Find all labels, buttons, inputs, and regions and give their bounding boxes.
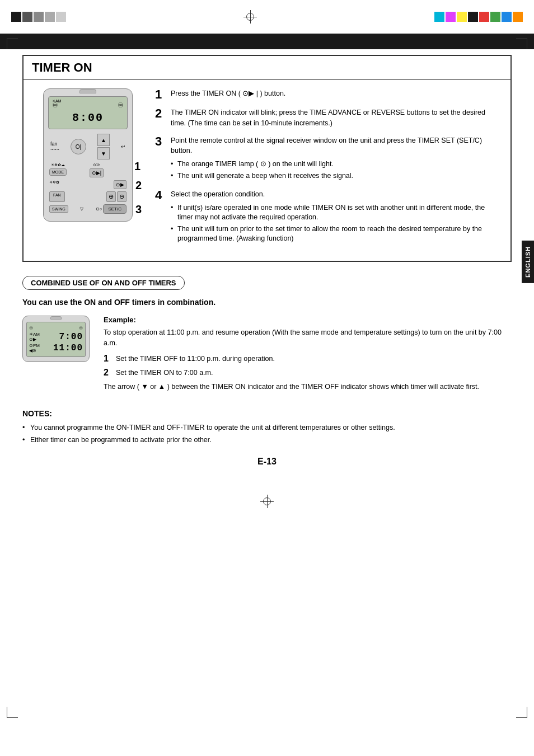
remote-arrow-down[interactable]: ▼ (97, 147, 110, 159)
remote-mode-icons: ☀❄✿☁ (49, 163, 67, 167)
bar-magenta (446, 12, 456, 22)
bar-green (490, 12, 500, 22)
combined-leaf-1: ♾ (29, 326, 33, 331)
step-4-bullet-2: The unit will turn on prior to the set t… (171, 224, 502, 244)
timer-on-box: TIMER ON ☀AM ♾ ♾ 8:00 fan (22, 55, 512, 262)
step-4-number: 4 (155, 189, 165, 201)
remote-timer-group: ⊙1h ⊙▶| (90, 163, 104, 177)
remote-mode-row: ☀❄✿☁ MODE ⊙1h ⊙▶| 1 (48, 163, 128, 177)
crosshair-circle-bottom (263, 497, 271, 505)
combined-subtitle: You can use the ON and OFF timers in com… (22, 298, 512, 307)
remote-timer-on-btn[interactable]: ⊙▶| (90, 168, 104, 177)
remote-arrows: ▲ ▼ (97, 134, 110, 159)
remote-body: ☀AM ♾ ♾ 8:00 fan~~~ O| (43, 88, 133, 222)
notes-section: NOTES: You cannot programme the ON-TIMER… (22, 403, 512, 446)
example-step-1-num: 1 (104, 354, 111, 364)
example-step-1-text: Set the TIMER OFF to 11:00 p.m. during o… (116, 354, 275, 364)
remote-display-icons: ♾ ♾ (52, 101, 124, 109)
remote-timer-dot[interactable]: ⊙▶ (114, 180, 127, 189)
combined-timer-off-row: ⊙PM◀⊙ 11:00 (29, 343, 83, 353)
remote-fan-label: fan~~~ (50, 141, 59, 152)
step-2-text: The TIMER ON indicator will blink; press… (171, 107, 502, 129)
step-3-number: 3 (155, 135, 165, 148)
step-2: 2 The TIMER ON indicator will blink; pre… (155, 107, 502, 129)
step-3-text: Point the remote control at the signal r… (171, 135, 502, 157)
bar-red (479, 12, 489, 22)
step-3: 3 Point the remote control at the signal… (155, 135, 502, 183)
combined-timer-on-row: ☀AM⊙▶ 7:00 (29, 332, 83, 342)
remote-power-btn[interactable]: O| (71, 139, 86, 154)
combined-timer-off-icon: ⊙PM◀⊙ (29, 343, 40, 353)
remote-swing-sym: ▽ (80, 206, 83, 212)
remote-am-label: ☀AM (52, 99, 62, 104)
step-3-bullets: The orange TIMER lamp ( ⊙ ) on the unit … (171, 159, 502, 181)
remote-minus-btn[interactable]: ⊖ (117, 191, 127, 202)
step-4-text: Select the operation condition. (171, 189, 502, 200)
arrow-note: The arrow ( ▼ or ▲ ) between the TIMER O… (104, 382, 512, 392)
crosshair-center (243, 10, 257, 24)
remote-setc-btn[interactable]: SET/C (103, 204, 127, 214)
timer-on-header: TIMER ON (24, 56, 510, 80)
bar-1 (11, 12, 21, 22)
remote-illustration: ☀AM ♾ ♾ 8:00 fan~~~ O| (32, 88, 144, 252)
bar-orange (513, 12, 523, 22)
step-label-3: 3 (135, 203, 142, 216)
step-1: 1 Press the TIMER ON ( ⊙▶ | ) button. (155, 88, 502, 101)
remote-bottom-group: SWING ▽ ⊙○ SET/C 3 (48, 204, 128, 214)
remote-mode-sym: ☀❄✿ (49, 180, 112, 189)
note-1: You cannot programme the ON-TIMER and OF… (22, 422, 512, 433)
bar-cyan (434, 12, 444, 22)
remote-plus-minus: ⊕ ⊖ (106, 191, 127, 202)
step-1-number: 1 (155, 88, 165, 101)
step-3-bullet-1: The orange TIMER lamp ( ⊙ ) on the unit … (171, 159, 502, 170)
remote-time-display: 8:00 (52, 111, 124, 124)
remote-dot-sym: ⊙○ (96, 206, 102, 212)
combined-use-label: COMBINED USE OF ON AND OFF TIMERS (22, 276, 185, 290)
notes-list: You cannot programme the ON-TIMER and OF… (22, 422, 512, 446)
bar-blue (502, 12, 512, 22)
step-label-1: 1 (134, 160, 140, 173)
remote-plus-btn[interactable]: ⊕ (106, 191, 116, 202)
step-4-bullet-1: If unit(s) is/are operated in one mode w… (171, 203, 502, 223)
color-bars-left (11, 12, 66, 22)
combined-leaf-2: ♾ (79, 326, 83, 331)
bar-black (468, 12, 478, 22)
bar-4 (45, 12, 55, 22)
remote-fan-btn[interactable]: FAN (49, 191, 65, 202)
step-4-bullets: If unit(s) is/are operated in one mode w… (171, 203, 502, 244)
bar-yellow (457, 12, 467, 22)
page-number: E-13 (22, 457, 512, 478)
combined-remote-container: ♾ ♾ ☀AM⊙▶ 7:00 ⊙PM◀⊙ 11:00 (22, 316, 90, 392)
example-step-2-text: Set the TIMER ON to 7:00 a.m. (116, 368, 213, 378)
notes-title: NOTES: (22, 409, 512, 418)
combined-use-section: COMBINED USE OF ON AND OFF TIMERS You ca… (22, 276, 512, 392)
remote-notch (79, 89, 96, 93)
remote-mode-btn[interactable]: MODE (49, 168, 67, 176)
timer-on-content: ☀AM ♾ ♾ 8:00 fan~~~ O| (24, 80, 510, 261)
remote-swing-btn[interactable]: SWING (49, 205, 68, 213)
main-content: TIMER ON ☀AM ♾ ♾ 8:00 fan (0, 49, 534, 489)
step-3-bullet-2: The unit will generate a beep when it re… (171, 171, 502, 181)
example-description: To stop operation at 11:00 p.m. and resu… (104, 327, 512, 349)
remote-fan-row: fan~~~ O| ▲ ▼ ↩ (48, 134, 128, 159)
print-marks-bottom (0, 489, 534, 514)
color-bars-right (434, 12, 523, 22)
black-banner (0, 34, 534, 49)
note-2: Either timer can be programmed to activa… (22, 435, 512, 445)
remote-arc: ↩ (121, 144, 125, 149)
combined-remote-body: ♾ ♾ ☀AM⊙▶ 7:00 ⊙PM◀⊙ 11:00 (22, 316, 90, 362)
remote-arrow-up[interactable]: ▲ (97, 134, 110, 146)
corner-mark-br (516, 707, 527, 718)
combined-time-row-1: ♾ ♾ (29, 326, 83, 331)
corner-mark-bl (7, 707, 18, 718)
remote-leaf-right: ♾ (118, 101, 124, 109)
remote-center-group: O| (71, 139, 86, 154)
combined-time-on: 7:00 (59, 332, 83, 342)
combined-time-off: 11:00 (53, 343, 83, 353)
bar-2 (22, 12, 32, 22)
step-4: 4 Select the operation condition. If uni… (155, 189, 502, 246)
combined-timer-on-icon: ☀AM⊙▶ (29, 332, 40, 342)
corner-mark-tl (7, 38, 18, 49)
example-step-2: 2 Set the TIMER ON to 7:00 a.m. (104, 368, 512, 378)
step-2-number: 2 (155, 107, 165, 120)
